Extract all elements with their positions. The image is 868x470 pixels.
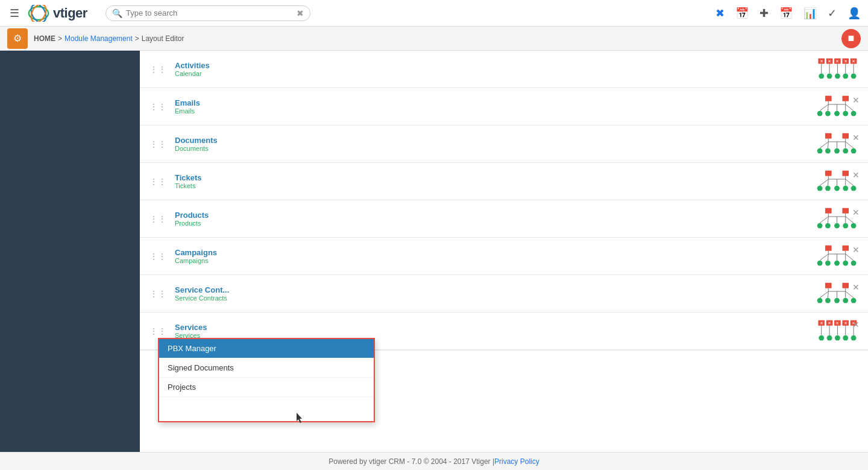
breadcrumb-layout-editor: Layout Editor — [142, 34, 184, 43]
drag-handle[interactable]: ⋮⋮ — [147, 252, 169, 261]
svg-rect-83 — [825, 245, 831, 250]
svg-point-91 — [843, 260, 848, 265]
xtiger-icon[interactable]: ✖ — [715, 7, 725, 20]
svg-rect-38 — [825, 133, 831, 138]
module-close[interactable]: ✕ — [850, 93, 862, 107]
module-item: ⋮⋮ Service Cont... Service Contracts — [140, 275, 868, 313]
module-info: Documents Documents — [175, 136, 807, 152]
svg-line-49 — [828, 142, 828, 148]
module-close[interactable]: ✕ — [850, 243, 862, 257]
svg-point-92 — [851, 260, 856, 265]
breadcrumb-sep2: > — [135, 34, 139, 43]
svg-point-74 — [825, 223, 830, 228]
svg-rect-23 — [825, 95, 831, 101]
module-item: ⋮⋮ Tickets Tickets — [140, 163, 868, 200]
module-info: Tickets Tickets — [175, 173, 807, 189]
settings-gear-button[interactable]: ⚙ — [7, 28, 28, 49]
svg-point-14 — [826, 73, 832, 78]
module-item: ⋮⋮ Campaigns Campaigns — [140, 238, 868, 275]
module-label: Campaigns — [175, 257, 807, 264]
svg-point-16 — [843, 73, 848, 78]
svg-rect-39 — [842, 133, 849, 138]
module-item: ⋮⋮ Emails Emails — [140, 88, 868, 125]
breadcrumb-home[interactable]: HOME — [34, 34, 55, 43]
user-icon[interactable]: 👤 — [848, 7, 861, 20]
module-item: ⋮⋮ Documents Documents — [140, 125, 868, 163]
module-close[interactable]: ✕ — [850, 280, 862, 294]
drag-handle[interactable]: ⋮⋮ — [147, 102, 169, 112]
module-item: ⋮⋮ Products Products — [140, 200, 868, 238]
reports-icon[interactable]: 📊 — [804, 7, 817, 20]
tasks-icon[interactable]: ✓ — [828, 7, 837, 20]
calendar-icon[interactable]: 📅 — [735, 7, 749, 20]
svg-rect-84 — [842, 245, 849, 250]
module-close[interactable]: ✕ — [850, 317, 862, 332]
svg-rect-99 — [842, 282, 849, 288]
module-info: Emails Emails — [175, 98, 807, 115]
privacy-policy-link[interactable]: Privacy Policy — [494, 457, 539, 466]
dropdown-item-projects[interactable]: Projects — [159, 378, 374, 397]
module-close[interactable]: ✕ — [850, 205, 862, 220]
module-label: Products — [175, 220, 807, 227]
drag-handle[interactable]: ⋮⋮ — [147, 139, 169, 149]
svg-line-108 — [820, 291, 828, 298]
hamburger-icon[interactable]: ☰ — [7, 4, 22, 22]
content-area: ⋮⋮ Activities Calendar ✕ ✕ ✕ — [140, 51, 868, 452]
module-item: ⋮⋮ Activities Calendar ✕ ✕ ✕ — [140, 51, 868, 88]
svg-point-15 — [834, 73, 840, 78]
svg-rect-68 — [825, 208, 831, 213]
svg-text:✕: ✕ — [835, 320, 839, 325]
module-info: Activities Calendar — [175, 61, 807, 77]
svg-line-64 — [828, 179, 828, 186]
svg-point-76 — [843, 223, 848, 228]
dropdown-item-signed-documents[interactable]: Signed Documents — [159, 358, 374, 378]
svg-point-58 — [817, 185, 822, 191]
svg-line-79 — [828, 217, 828, 223]
svg-text:✕: ✕ — [852, 59, 855, 63]
dropdown-item-pbx-manager[interactable]: PBX Manager — [159, 339, 374, 358]
module-close[interactable]: ✕ — [850, 130, 862, 145]
module-dropdown: PBX Manager Signed Documents Projects — [158, 338, 375, 422]
drag-handle[interactable]: ⋮⋮ — [147, 177, 169, 186]
module-close[interactable]: ✕ — [850, 168, 862, 182]
breadcrumb-module-management[interactable]: Module Management — [64, 34, 133, 43]
footer: Powered by vtiger CRM - 7.0 © 2004 - 201… — [0, 452, 868, 470]
drag-handle[interactable]: ⋮⋮ — [147, 65, 169, 74]
module-name: Services — [175, 323, 807, 332]
svg-line-93 — [820, 254, 828, 261]
svg-point-31 — [843, 110, 848, 116]
module-name: Emails — [175, 98, 807, 107]
svg-line-94 — [828, 254, 828, 261]
svg-line-33 — [820, 104, 828, 111]
svg-rect-53 — [825, 170, 831, 176]
svg-text:✕: ✕ — [828, 320, 831, 325]
search-bar[interactable]: 🔍 ✖ — [105, 5, 310, 21]
add-icon[interactable]: ✚ — [760, 7, 769, 20]
svg-point-107 — [851, 297, 856, 303]
module-name: Documents — [175, 136, 807, 145]
svg-line-78 — [820, 217, 828, 223]
search-icon: 🔍 — [112, 8, 122, 18]
svg-point-123 — [819, 335, 824, 340]
svg-text:✕: ✕ — [819, 320, 823, 325]
drag-handle[interactable]: ⋮⋮ — [147, 214, 169, 224]
action-button[interactable]: ■ — [841, 29, 861, 48]
svg-line-63 — [820, 179, 828, 186]
logo-svg — [28, 5, 49, 22]
drag-handle[interactable]: ⋮⋮ — [147, 289, 169, 299]
logo: vtiger — [28, 5, 87, 22]
svg-point-32 — [851, 110, 856, 116]
svg-text:✕: ✕ — [828, 59, 831, 63]
svg-point-59 — [825, 185, 830, 191]
svg-point-47 — [851, 148, 856, 153]
drag-handle[interactable]: ⋮⋮ — [147, 326, 169, 336]
module-list: ⋮⋮ Activities Calendar ✕ ✕ ✕ — [140, 51, 868, 434]
svg-point-75 — [834, 223, 840, 228]
events-icon[interactable]: 📅 — [779, 7, 793, 20]
logo-text: vtiger — [53, 5, 87, 21]
svg-point-88 — [817, 260, 822, 265]
search-clear-icon[interactable]: ✖ — [297, 8, 304, 18]
module-info: Service Cont... Service Contracts — [175, 285, 807, 302]
search-input[interactable] — [126, 8, 293, 17]
svg-point-103 — [817, 297, 822, 303]
